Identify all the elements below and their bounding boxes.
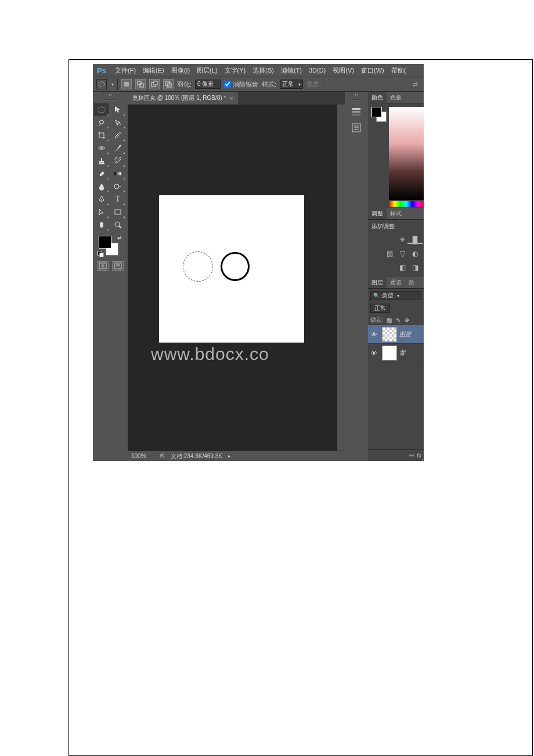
menu-window[interactable]: 窗口(W)	[358, 64, 388, 77]
pen-tool[interactable]	[94, 193, 109, 206]
lock-pixels-icon[interactable]: ✎	[395, 316, 402, 323]
type-tool[interactable]: T	[110, 193, 125, 206]
swap-dimensions-icon[interactable]: ⇄	[410, 79, 420, 89]
exposure-icon[interactable]: ▧	[384, 249, 395, 258]
export-icon[interactable]: ⇱	[160, 453, 165, 459]
lock-transparent-icon[interactable]: ▩	[386, 316, 393, 323]
quick-select-tool[interactable]	[110, 116, 125, 129]
hand-tool[interactable]	[94, 218, 109, 231]
stamp-tool[interactable]	[94, 154, 109, 167]
link-layers-icon[interactable]: ⚯	[409, 452, 413, 459]
properties-panel-icon[interactable]	[349, 121, 364, 135]
layer-filter-select[interactable]: 🔍 类型 ▾	[370, 291, 421, 300]
menu-view[interactable]: 视图(V)	[329, 64, 358, 77]
dock-collapse[interactable]: ‹‹	[345, 92, 368, 98]
history-brush-tool[interactable]	[110, 154, 125, 167]
lasso-tool[interactable]	[94, 116, 109, 129]
doc-info[interactable]: 文档:234.6K/469.3K	[171, 452, 222, 460]
paths-tab[interactable]: 路	[405, 277, 418, 288]
default-colors-icon[interactable]	[98, 251, 103, 257]
selection-mode-intersect[interactable]	[163, 79, 174, 89]
swatches-tab[interactable]: 色板	[387, 92, 405, 103]
tool-preset-dropdown[interactable]: ▾	[111, 82, 114, 87]
bw-icon[interactable]: ◨	[410, 263, 420, 272]
svg-point-14	[114, 184, 119, 189]
menu-bar: Ps 文件(F) 编辑(E) 图像(I) 图层(L) 文字(Y) 选择(S) 滤…	[93, 64, 424, 77]
fx-icon[interactable]: fx	[417, 452, 421, 459]
hue-slider[interactable]	[389, 201, 424, 207]
gradient-tool[interactable]	[110, 167, 125, 180]
color-panel-fg[interactable]	[371, 107, 382, 117]
svg-line-18	[119, 226, 121, 228]
zoom-level[interactable]: 100%	[131, 453, 154, 459]
layer-thumbnail[interactable]	[382, 345, 397, 361]
layer-name[interactable]: 图层	[399, 330, 411, 339]
brightness-icon[interactable]: ☀	[397, 235, 407, 244]
visibility-icon[interactable]: 👁	[368, 331, 380, 338]
svg-point-8	[98, 107, 105, 113]
right-panel-dock: 颜色 色板 调整 样式 添加调整 ☀ ▁█▁	[368, 92, 424, 461]
shape-tool[interactable]	[110, 206, 125, 218]
canvas-viewport[interactable]: www.bdocx.co	[128, 105, 345, 451]
eyedropper-tool[interactable]	[110, 129, 125, 142]
styles-tab[interactable]: 样式	[387, 208, 405, 219]
menu-image[interactable]: 图像(I)	[168, 64, 193, 77]
menu-type[interactable]: 文字(Y)	[221, 64, 250, 77]
visibility-icon[interactable]: 👁	[368, 350, 380, 357]
foreground-color[interactable]	[99, 236, 111, 249]
selection-mode-subtract[interactable]	[149, 79, 160, 89]
menu-file[interactable]: 文件(F)	[111, 64, 139, 77]
style-select[interactable]: 正常▾	[280, 80, 303, 89]
eraser-tool[interactable]	[94, 167, 109, 180]
swap-colors-icon[interactable]: ⇄	[117, 235, 122, 240]
quickmask-toggle[interactable]	[97, 261, 109, 271]
color-field[interactable]	[389, 107, 424, 200]
hue-icon[interactable]: ◐	[410, 249, 420, 258]
current-tool-icon[interactable]	[96, 79, 107, 89]
dodge-tool[interactable]	[110, 180, 125, 193]
feather-input[interactable]: 0 像素	[195, 80, 221, 89]
menu-3d[interactable]: 3D(D)	[305, 64, 329, 77]
selection-mode-add[interactable]	[135, 79, 146, 89]
vibrance-icon[interactable]: ▽	[397, 249, 407, 258]
adjustments-tab[interactable]: 调整	[368, 208, 387, 219]
tools-grip[interactable]	[93, 98, 128, 102]
brush-tool[interactable]	[110, 142, 125, 154]
blend-mode-select[interactable]: 正常	[370, 304, 390, 313]
color-swatches[interactable]: ⇄	[98, 235, 123, 257]
lock-position-icon[interactable]: ✥	[403, 316, 410, 323]
dock-grip[interactable]	[345, 98, 368, 102]
levels-icon[interactable]: ▁█▁	[410, 235, 420, 244]
selection-mode-new[interactable]	[121, 79, 132, 89]
menu-filter[interactable]: 滤镜(T)	[277, 64, 305, 77]
menu-help[interactable]: 帮助(	[388, 64, 410, 77]
path-select-tool[interactable]	[94, 206, 109, 218]
antialias-checkbox[interactable]: 消除锯齿	[224, 80, 258, 89]
layers-footer: ⚯ fx	[368, 449, 424, 461]
move-tool[interactable]	[110, 103, 125, 116]
blur-tool[interactable]	[94, 180, 109, 193]
tools-collapse[interactable]: ‹‹	[93, 92, 128, 98]
channels-tab[interactable]: 通道	[387, 277, 405, 288]
menu-edit[interactable]: 编辑(E)	[139, 64, 168, 77]
vertical-scrollbar[interactable]	[337, 105, 345, 451]
layers-tab[interactable]: 图层	[368, 277, 387, 288]
layer-thumbnail[interactable]	[382, 327, 397, 342]
document-tab[interactable]: 奥林匹克 @ 100% (图层 1, RGB/8) * ×	[128, 92, 238, 105]
marquee-tool[interactable]	[94, 103, 109, 116]
menu-select[interactable]: 选择(S)	[249, 64, 277, 77]
history-panel-icon[interactable]	[349, 105, 364, 118]
document-tab-title: 奥林匹克 @ 100% (图层 1, RGB/8) *	[132, 94, 226, 102]
color-balance-icon[interactable]: ◧	[397, 263, 407, 272]
doc-info-menu[interactable]: ▸	[228, 453, 230, 459]
layer-name[interactable]: 背	[399, 349, 405, 357]
crop-tool[interactable]	[94, 129, 109, 142]
layer-row[interactable]: 👁 背	[368, 344, 424, 362]
color-tab[interactable]: 颜色	[368, 92, 387, 103]
healing-tool[interactable]	[94, 142, 109, 154]
close-tab-icon[interactable]: ×	[229, 95, 233, 102]
zoom-tool[interactable]	[110, 218, 125, 231]
layer-row[interactable]: 👁 图层	[368, 325, 424, 344]
menu-layer[interactable]: 图层(L)	[193, 64, 221, 77]
screenmode-toggle[interactable]	[112, 261, 124, 271]
